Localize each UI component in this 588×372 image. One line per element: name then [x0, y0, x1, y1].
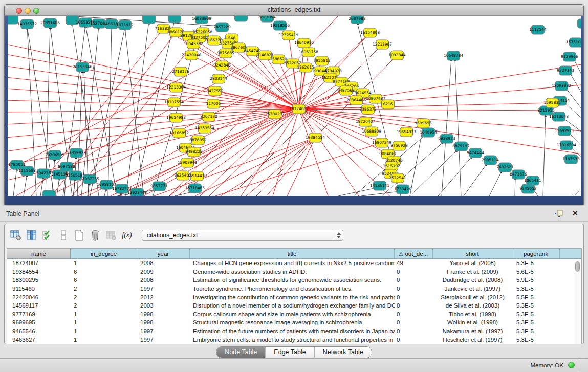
tab-edge-table[interactable]: Edge Table	[266, 347, 314, 358]
graph-node[interactable]: 1167533	[562, 155, 580, 164]
graph-node[interactable]: 8813054	[258, 16, 276, 22]
graph-node[interactable]: 15692971	[555, 126, 574, 136]
graph-node[interactable]: 12093832	[552, 81, 571, 91]
graph-node[interactable]: 7955812	[313, 56, 331, 65]
column-header-short[interactable]: short	[433, 249, 512, 258]
graph-node[interactable]: 1733426	[394, 185, 411, 194]
graph-node[interactable]: 16807249	[372, 138, 391, 147]
graph-node[interactable]: 9474444	[467, 148, 484, 158]
new-column-icon[interactable]	[73, 229, 85, 242]
memory-ok-indicator-icon[interactable]	[568, 362, 575, 368]
graph-node[interactable]: 20891406	[40, 18, 60, 28]
graph-node[interactable]	[143, 16, 156, 24]
graph-node[interactable]: 7386372	[359, 105, 377, 114]
graph-node[interactable]: 7632621	[496, 163, 514, 172]
canvas-resize-grip[interactable]	[573, 189, 579, 195]
window-titlebar[interactable]: citations_edges.txt	[5, 5, 583, 16]
graph-node[interactable]: 12213967	[373, 40, 392, 49]
graph-node[interactable]: 6879197	[452, 142, 470, 151]
graph-node[interactable]: 17016504	[557, 141, 576, 150]
float-window-icon[interactable]	[554, 210, 563, 218]
scrollbar-thumb[interactable]	[575, 261, 580, 272]
table-selector-dropdown[interactable]: citations_edges.txt	[142, 230, 343, 241]
graph-node[interactable]: 10688809	[362, 127, 381, 136]
delete-table-icon[interactable]	[105, 229, 117, 242]
column-header-title[interactable]: title	[190, 249, 395, 258]
graph-node[interactable]: 9245652	[519, 184, 537, 193]
graph-node[interactable]: 9498222	[185, 147, 203, 157]
graph-node[interactable]: 16961758	[299, 48, 318, 57]
delete-column-icon[interactable]	[89, 229, 101, 242]
graph-node[interactable]: 18640910	[294, 38, 314, 48]
graph-node[interactable]: 9227343	[557, 66, 574, 75]
table-row[interactable]: 1938455462009Genome-wide association stu…	[7, 268, 581, 276]
graph-node[interactable]: 12325419	[279, 31, 298, 40]
graph-node[interactable]: 9875685	[217, 49, 234, 58]
graph-node[interactable]: 16154808	[360, 28, 380, 37]
graph-node[interactable]: 19166852	[169, 128, 189, 138]
graph-node[interactable]: 15718485	[185, 184, 205, 193]
graph-node[interactable]: 2803144	[210, 74, 227, 83]
graph-node[interactable]: 2935114	[482, 156, 499, 165]
tab-network-table[interactable]: Network Table	[315, 347, 372, 358]
graph-node[interactable]: 20153346	[73, 62, 92, 72]
table-row[interactable]: 2242004622012Investigating the contribut…	[7, 293, 581, 301]
graph-node[interactable]: 9699695	[415, 119, 432, 128]
graph-node[interactable]: 14136141	[370, 181, 389, 190]
graph-node[interactable]: 117006	[206, 99, 221, 108]
graph-node[interactable]: 8878352	[189, 136, 207, 145]
graph-node[interactable]: 12213364	[166, 83, 186, 92]
table-row[interactable]: 1456911722003Disruption of a novel membe…	[7, 301, 581, 310]
graph-node[interactable]: 2687682	[349, 16, 366, 24]
graph-node[interactable]: 14353554	[195, 124, 214, 133]
select-columns-icon[interactable]	[41, 229, 54, 242]
graph-node[interactable]: 1115688	[18, 166, 36, 176]
graph-node[interactable]: 9097588	[58, 162, 75, 171]
graph-node[interactable]: 19654982	[166, 113, 186, 122]
network-canvas[interactable]: 1403557220891406106532871527002946616210…	[8, 16, 581, 196]
graph-node[interactable]: 1092344	[388, 51, 406, 60]
graph-node[interactable]: 2718176	[172, 67, 189, 76]
graph-node[interactable]: 7857229	[213, 23, 231, 32]
column-header-in-degree[interactable]: in_degree	[71, 249, 137, 258]
graph-node[interactable]: 15751074	[566, 38, 581, 47]
function-builder-icon[interactable]: f(x)	[121, 229, 133, 242]
table-row[interactable]: 969969511998Structural magnetic resonanc…	[7, 318, 581, 327]
graph-node[interactable]	[235, 16, 248, 21]
graph-node[interactable]	[8, 16, 18, 24]
graph-node[interactable]: 2522541	[389, 173, 406, 183]
column-header-year[interactable]: year	[137, 249, 190, 258]
graph-node[interactable]: 5938923	[438, 134, 455, 143]
graph-node[interactable]	[43, 190, 56, 196]
close-panel-icon[interactable]: ×	[573, 208, 578, 218]
column-header-name[interactable]: name	[7, 249, 71, 258]
import-table-icon[interactable]	[10, 229, 22, 242]
table-row[interactable]: 946362711997Embryonic stem cells: a mode…	[7, 335, 581, 344]
column-header-pagerank[interactable]: pagerank	[512, 249, 560, 258]
column-header-out-de-[interactable]: △out_de...	[395, 249, 433, 258]
graph-node[interactable]: 16033809	[192, 16, 211, 24]
graph-node[interactable]: 14035572	[17, 19, 37, 29]
graph-node[interactable]: 6497568	[337, 86, 355, 95]
graph-node[interactable]: 1595835	[543, 98, 561, 107]
table-row[interactable]: 946554611997Estimation of the future num…	[7, 327, 581, 336]
graph-node[interactable]: 8427552	[206, 86, 224, 96]
graph-node[interactable]: 1640954	[420, 128, 437, 137]
graph-node[interactable]	[578, 19, 582, 28]
table-row[interactable]: 977716911998Corpus callosum shape and si…	[7, 310, 581, 319]
table-row[interactable]: 1872400712008Changes of HCN gene express…	[7, 259, 581, 268]
graph-node[interactable]: 17359928	[67, 148, 86, 158]
vertical-scrollbar[interactable]	[574, 260, 581, 344]
show-column-icon[interactable]	[26, 229, 38, 242]
graph-node[interactable]: 9756928	[390, 141, 408, 150]
graph-node[interactable]: 19218506	[270, 21, 290, 30]
rows-icon[interactable]	[57, 229, 70, 242]
graph-node[interactable]	[168, 16, 181, 23]
graph-node[interactable]: 8267130	[200, 112, 217, 121]
graph-node[interactable]: 9242848	[213, 61, 231, 70]
graph-node[interactable]: 1065411	[524, 176, 541, 185]
graph-node[interactable]: 18903948	[178, 158, 197, 167]
graph-node[interactable]: 20206505	[45, 150, 64, 160]
graph-node[interactable]: 9129966	[561, 52, 578, 61]
graph-node[interactable]: 1071912	[116, 20, 134, 30]
